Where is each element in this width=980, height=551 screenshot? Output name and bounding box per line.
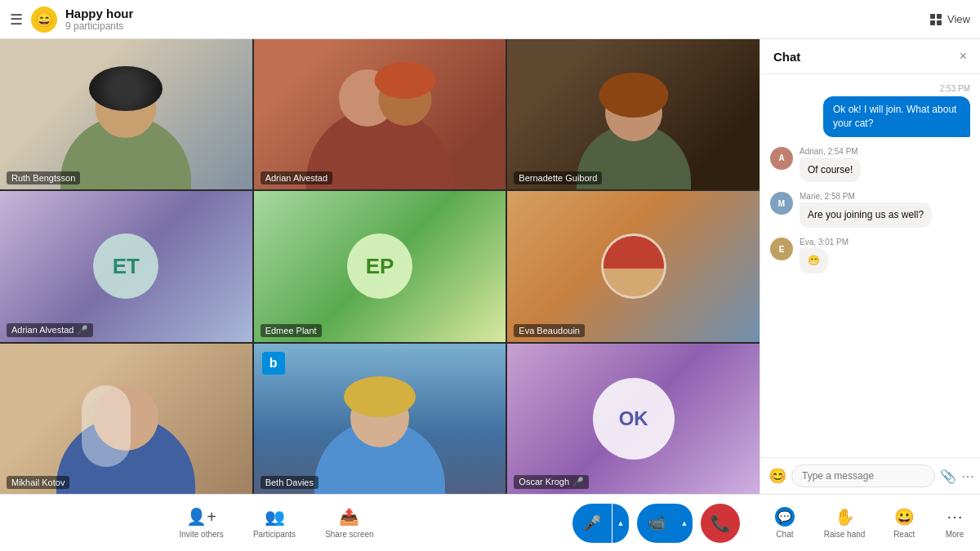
menu-icon[interactable]: ☰: [10, 11, 23, 29]
react-button[interactable]: 😀 React: [880, 500, 929, 545]
oscar-mute-icon: 🎤: [572, 477, 584, 487]
participants-button[interactable]: 👥 Participants: [240, 500, 309, 545]
bernadette-name: Bernadette Guibord: [519, 173, 597, 183]
app-avatar: 😄: [31, 7, 57, 33]
eva-name-tag: Eva Beaudouin: [514, 324, 585, 337]
bottom-center: 🎤 ▲ 📹 ▲ 📞: [553, 494, 760, 551]
participant-count: 9 participants: [65, 20, 929, 32]
bernadette-hair: [599, 73, 668, 118]
adrian-meta: Adrian, 2:54 PM: [800, 147, 970, 156]
video-cell-mikhail: Mikhail Kotov: [0, 344, 252, 494]
video-cell-ruth: Ruth Bengtsson: [0, 39, 252, 189]
video-button[interactable]: 📹: [637, 504, 676, 543]
bernadette-name-tag: Bernadette Guibord: [514, 171, 602, 184]
oscar-ok: OK: [593, 378, 675, 460]
react-label: React: [893, 530, 915, 539]
eva-meta: Eva, 3:01 PM: [800, 238, 970, 247]
invite-icon: 👤+: [186, 507, 216, 527]
eva-avatar: E: [770, 238, 793, 260]
msg-bubble-self-1: Ok ok! I will join. What about your cat?: [823, 96, 970, 137]
beth-hair: [344, 376, 416, 417]
view-button[interactable]: View: [929, 13, 970, 26]
ep-name: Edmee Plant: [265, 326, 317, 335]
video-cell-ep: EP Edmee Plant: [254, 191, 506, 341]
react-icon: 😀: [894, 507, 915, 527]
header: ☰ 😄 Happy hour 9 participants View: [0, 0, 980, 39]
main-content: Ruth Bengtsson Adrian Alvestad Be: [0, 39, 980, 494]
invite-label: Invite others: [179, 530, 223, 539]
et-name-tag: Adrian Alvestad 🎤: [7, 323, 93, 337]
bottom-bar: 👤+ Invite others 👥 Participants 📤 Share …: [0, 494, 980, 551]
ep-avatar: EP: [347, 233, 412, 299]
svg-rect-2: [930, 20, 935, 25]
more-icon: ⋯: [947, 507, 963, 527]
raise-hand-label: Raise hand: [824, 530, 866, 539]
adrian-top-video: [254, 39, 506, 189]
ruth-hair: [89, 66, 163, 111]
more-options-icon[interactable]: ⋯: [961, 469, 974, 484]
end-call-button[interactable]: 📞: [701, 504, 740, 543]
svg-rect-3: [937, 20, 942, 25]
message-marie: M Marie, 2:58 PM Are you joining us as w…: [770, 192, 970, 228]
svg-rect-0: [930, 14, 935, 19]
attach-icon[interactable]: 📎: [940, 469, 956, 484]
chat-header: Chat ×: [760, 39, 980, 74]
mic-group: 🎤 ▲: [572, 504, 629, 543]
chat-icon: 💬: [775, 507, 795, 527]
oscar-name-tag: Oscar Krogh 🎤: [514, 475, 589, 489]
video-group: 📹 ▲: [637, 504, 693, 543]
video-chevron[interactable]: ▲: [676, 504, 693, 543]
share-screen-label: Share screen: [325, 530, 373, 539]
message-input[interactable]: [791, 464, 935, 487]
hair2: [374, 62, 435, 99]
message-self-1: 2:53 PM Ok ok! I will join. What about y…: [823, 84, 970, 137]
chat-title: Chat: [773, 50, 800, 64]
chat-input-area: 😊 📎 ⋯: [760, 457, 980, 494]
ruth-video: [0, 39, 252, 189]
marie-msg-content: Marie, 2:58 PM Are you joining us as wel…: [800, 192, 970, 228]
video-cell-et: ET Adrian Alvestad 🎤: [0, 191, 252, 341]
mic-button[interactable]: 🎤: [572, 504, 612, 543]
participants-label: Participants: [253, 530, 296, 539]
et-mute-icon: 🎤: [77, 325, 88, 335]
message-adrian: A Adrian, 2:54 PM Of course!: [770, 147, 970, 183]
bing-logo: b: [262, 352, 285, 375]
video-cell-oscar: OK Oscar Krogh 🎤: [507, 344, 760, 494]
svg-rect-1: [937, 14, 942, 19]
emoji-button[interactable]: 😊: [768, 467, 786, 485]
bernadette-video: [507, 39, 760, 189]
adrian-top-name-tag: Adrian Alvestad: [261, 171, 332, 184]
adrian-msg-content: Adrian, 2:54 PM Of course!: [800, 147, 970, 183]
eva-emoji-bubble: 😁: [800, 248, 828, 273]
mikhail-name: Mikhail Kotov: [11, 478, 65, 487]
mikhail-name-tag: Mikhail Kotov: [7, 476, 69, 489]
more-label: More: [946, 530, 964, 539]
video-cell-adrian-top: Adrian Alvestad: [254, 39, 506, 189]
ruth-name-tag: Ruth Bengtsson: [7, 171, 80, 184]
bottom-right: 💬 Chat ✋ Raise hand 😀 React ⋯ More: [760, 494, 980, 551]
view-label: View: [947, 13, 970, 25]
ep-name-tag: Edmee Plant: [261, 324, 322, 337]
chat-messages: 2:53 PM Ok ok! I will join. What about y…: [760, 74, 980, 457]
more-button[interactable]: ⋯ More: [930, 500, 979, 545]
message-eva: E Eva, 3:01 PM 😁: [770, 238, 970, 273]
view-icon: [929, 13, 942, 26]
raise-hand-icon: ✋: [835, 507, 855, 527]
beth-video: [254, 344, 506, 494]
eva-name: Eva Beaudouin: [519, 326, 580, 335]
invite-others-button[interactable]: 👤+ Invite others: [166, 500, 236, 545]
chat-close-button[interactable]: ×: [960, 49, 967, 64]
mic-chevron[interactable]: ▲: [612, 504, 629, 543]
share-screen-button[interactable]: 📤 Share screen: [312, 500, 386, 545]
adrian-bubble: Of course!: [800, 158, 861, 183]
eva-photo: [601, 233, 666, 299]
beth-name-tag: Beth Davies: [261, 476, 318, 489]
et-avatar: ET: [93, 233, 158, 299]
marie-avatar: M: [770, 192, 793, 215]
ruth-name: Ruth Bengtsson: [11, 173, 75, 183]
chat-button[interactable]: 💬 Chat: [760, 500, 809, 545]
adrian-top-name: Adrian Alvestad: [265, 173, 327, 183]
video-cell-eva: Eva Beaudouin: [507, 191, 760, 341]
mikhail-hand: [82, 385, 131, 467]
raise-hand-button[interactable]: ✋ Raise hand: [811, 500, 879, 545]
